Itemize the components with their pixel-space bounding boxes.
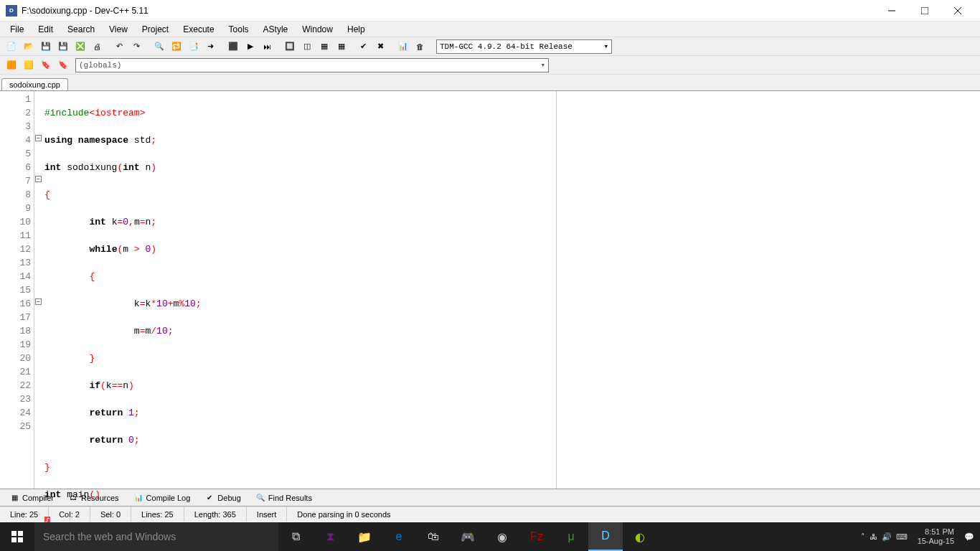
menu-astyle[interactable]: AStyle <box>256 23 296 36</box>
language-icon[interactable]: ⌨ <box>896 532 908 542</box>
find-in-files-icon[interactable]: 📑 <box>185 39 202 55</box>
title-bar: D F:\sodoixung.cpp - Dev-C++ 5.11 <box>0 0 980 22</box>
taskbar-search-placeholder: Search the web and Windows <box>43 531 176 542</box>
filezilla-icon[interactable]: Fz <box>519 522 554 551</box>
editor[interactable]: 1234567891011121314151617181920212223242… <box>0 90 980 489</box>
notifications-icon[interactable]: 💬 <box>964 532 974 542</box>
code-content[interactable]: #include<iostream> using namespace std; … <box>43 91 980 489</box>
main-toolbar: 📄 📂 💾 💾 ❎ 🖨 ↶ ↷ 🔍 🔁 📑 ➜ ⬛ ▶ ⏭ 🔲 ◫ ▦ ▦ ✔ … <box>0 37 980 56</box>
bookmark-icon[interactable]: 🔖 <box>37 57 54 73</box>
fold-toggle-icon[interactable]: − <box>35 176 42 182</box>
svg-rect-4 <box>11 531 17 536</box>
replace-icon[interactable]: 🔁 <box>168 39 184 55</box>
grid-icon[interactable]: ▦ <box>333 39 349 55</box>
store-icon[interactable]: 🛍 <box>416 522 451 551</box>
menu-view[interactable]: View <box>102 23 135 36</box>
close-icon[interactable]: ❎ <box>72 39 88 55</box>
globals-select[interactable]: (globals) ▾ <box>75 58 549 72</box>
abort-icon[interactable]: ✖ <box>372 39 389 55</box>
task-icons: ⧉ ⧗ 📁 e 🛍 🎮 ◉ Fz μ D ◐ <box>278 522 657 551</box>
undo-icon[interactable]: ↶ <box>111 39 128 55</box>
svg-rect-5 <box>18 531 23 536</box>
file-tab[interactable]: sodoixung.cpp <box>1 78 68 90</box>
save-icon[interactable]: 💾 <box>37 39 54 55</box>
globals-select-value: (globals) <box>79 61 121 70</box>
delete-icon[interactable]: 🗑 <box>412 39 428 55</box>
app-icon: D <box>6 5 17 17</box>
visual-studio-icon[interactable]: ⧗ <box>313 522 347 551</box>
windows-taskbar: Search the web and Windows ⧉ ⧗ 📁 e 🛍 🎮 ◉… <box>0 522 980 551</box>
fold-column: − − − <box>34 91 43 489</box>
redo-icon[interactable]: ↷ <box>128 39 145 55</box>
svg-rect-1 <box>921 7 928 14</box>
menu-project[interactable]: Project <box>135 23 176 36</box>
menu-search[interactable]: Search <box>60 23 102 36</box>
pes-icon[interactable]: 🎮 <box>451 522 485 551</box>
debug-icon[interactable]: ◫ <box>298 39 315 55</box>
file-tab-strip: sodoixung.cpp <box>0 75 980 90</box>
minimize-button[interactable] <box>875 0 908 22</box>
volume-icon[interactable]: 🔊 <box>882 532 892 542</box>
insert-icon[interactable]: 🟨 <box>20 57 37 73</box>
profile-icon[interactable]: ▦ <box>316 39 332 55</box>
start-button[interactable] <box>0 522 34 551</box>
compile-run-icon[interactable]: ⏭ <box>259 39 275 55</box>
svg-rect-6 <box>11 537 17 542</box>
goto-icon[interactable]: ➜ <box>202 39 219 55</box>
fold-toggle-icon[interactable]: − <box>35 135 42 141</box>
tray-clock[interactable]: 8:51 PM 15-Aug-15 <box>912 527 960 546</box>
save-all-icon[interactable]: 💾 <box>55 39 71 55</box>
explorer-icon[interactable]: 📁 <box>347 522 382 551</box>
status-line: Line: 25 <box>0 507 49 522</box>
menu-file[interactable]: File <box>3 23 31 36</box>
app-icon[interactable]: ◐ <box>623 522 657 551</box>
print-icon[interactable]: 🖨 <box>89 39 105 55</box>
new-file-icon[interactable]: 📄 <box>3 39 19 55</box>
task-view-icon[interactable]: ⧉ <box>278 522 313 551</box>
nav-toolbar: 🟧 🟨 🔖 🔖 (globals) ▾ <box>0 56 980 75</box>
find-icon[interactable]: 🔍 <box>151 39 167 55</box>
rebuild-icon[interactable]: 🔲 <box>281 39 298 55</box>
devcpp-icon[interactable]: D <box>588 522 623 551</box>
utorrent-icon[interactable]: μ <box>554 522 588 551</box>
menu-execute[interactable]: Execute <box>176 23 221 36</box>
window-title: F:\sodoixung.cpp - Dev-C++ 5.11 <box>22 6 875 16</box>
network-icon[interactable]: 🖧 <box>870 532 877 541</box>
chrome-icon[interactable]: ◉ <box>485 522 519 551</box>
maximize-button[interactable] <box>908 0 941 22</box>
check-icon[interactable]: ✔ <box>355 39 372 55</box>
edge-icon[interactable]: e <box>382 522 416 551</box>
window-controls <box>875 0 974 22</box>
close-button[interactable] <box>941 0 974 22</box>
open-icon[interactable]: 📂 <box>20 39 37 55</box>
menu-help[interactable]: Help <box>340 23 372 36</box>
taskbar-search[interactable]: Search the web and Windows <box>34 522 278 551</box>
line-gutter: 1234567891011121314151617181920212223242… <box>0 91 34 489</box>
svg-rect-7 <box>18 537 23 542</box>
tray-chevron-icon[interactable]: ˄ <box>861 532 865 542</box>
compile-icon[interactable]: ⬛ <box>225 39 241 55</box>
fold-toggle-icon[interactable]: − <box>35 298 42 305</box>
chevron-down-icon: ▾ <box>540 60 545 70</box>
menu-edit[interactable]: Edit <box>31 23 60 36</box>
split-border <box>556 91 557 489</box>
run-icon[interactable]: ▶ <box>242 39 258 55</box>
new-project-icon[interactable]: 🟧 <box>3 57 19 73</box>
chart-icon[interactable]: 📊 <box>395 39 411 55</box>
goto-bookmark-icon[interactable]: 🔖 <box>55 57 71 73</box>
compiler-icon: ▦ <box>9 493 19 503</box>
system-tray: ˄ 🖧 🔊 ⌨ 8:51 PM 15-Aug-15 💬 <box>855 527 980 546</box>
menu-window[interactable]: Window <box>295 23 340 36</box>
compiler-select[interactable]: TDM-GCC 4.9.2 64-bit Release ▾ <box>436 39 612 54</box>
menu-tools[interactable]: Tools <box>222 23 256 36</box>
compiler-select-value: TDM-GCC 4.9.2 64-bit Release <box>440 42 573 51</box>
chevron-down-icon: ▾ <box>603 42 608 51</box>
menu-bar: File Edit Search View Project Execute To… <box>0 22 980 37</box>
